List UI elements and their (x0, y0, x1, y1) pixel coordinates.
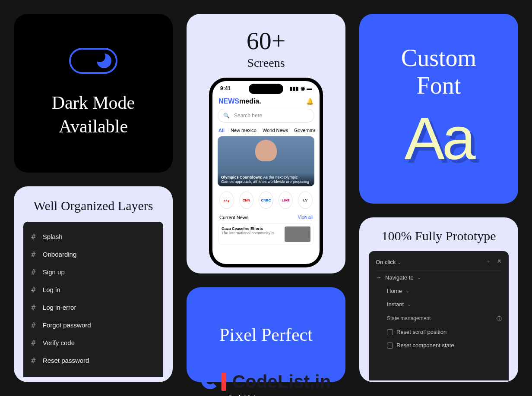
search-input[interactable]: 🔍 Search here (218, 109, 314, 123)
checkbox-icon (387, 329, 393, 335)
channel-chip[interactable]: LV (298, 192, 313, 209)
font-glyphs: Aa (404, 104, 473, 173)
arrow-right-icon: → (376, 274, 382, 281)
channel-chip[interactable]: sky (219, 192, 234, 209)
frame-icon: # (31, 250, 36, 259)
font-title: Custom Font (401, 44, 476, 100)
app-brand: NEWSmedia. (218, 97, 261, 105)
app-header: NEWSmedia. 🔔 (217, 93, 315, 109)
watermark-sub: CodeList (228, 394, 256, 396)
state-section: State management ⓘ (376, 311, 502, 325)
prototype-card: 100% Fully Prototype On click ⌄ ＋✕ → Nav… (359, 217, 518, 382)
tab-all[interactable]: All (218, 128, 225, 133)
wifi-icon: ◉ (301, 85, 305, 91)
hero-text: Olympics Countdown: As the next Olympic … (218, 173, 314, 186)
layer-item[interactable]: #Log in (23, 281, 163, 299)
checkbox-reset-scroll[interactable]: Reset scroll position (376, 325, 502, 339)
search-icon: 🔍 (223, 113, 230, 119)
moon-icon (97, 53, 111, 68)
chevron-down-icon: ⌄ (405, 288, 409, 294)
frame-icon: # (31, 356, 36, 365)
layer-item[interactable]: #Forgot password (23, 316, 163, 334)
screens-card: 60+ Screens 9:41 ▮▮▮ ◉ ▬ NEWSmedia. 🔔 (187, 14, 345, 273)
channel-row: sky CNN CNBC LIVE LV (217, 186, 315, 214)
frame-icon: # (31, 232, 36, 241)
pixel-title: Pixel Perfect (219, 324, 313, 345)
action-row[interactable]: → Navigate to ⌄ (376, 270, 502, 284)
channel-chip[interactable]: LIVE (279, 192, 293, 209)
dark-mode-card: Dark Mode Available (14, 14, 173, 173)
layer-item[interactable]: #Log in-error (23, 299, 163, 316)
screens-label: Screens (247, 56, 285, 70)
prototype-title: 100% Fully Prototype (369, 229, 509, 243)
prototype-trigger-row: On click ⌄ ＋✕ (376, 258, 502, 270)
frame-icon: # (31, 285, 36, 294)
chevron-down-icon: ⌄ (417, 275, 421, 280)
layers-title: Well Organized Layers (23, 198, 163, 213)
channel-chip[interactable]: CNBC (259, 192, 273, 209)
checkbox-reset-component[interactable]: Reset component state (376, 339, 502, 352)
status-icons: ▮▮▮ ◉ ▬ (290, 85, 312, 91)
phone-notch (249, 84, 283, 94)
tab-item[interactable]: World News (263, 128, 288, 133)
category-tabs: All New mexico World News Government Edu (217, 123, 315, 136)
chevron-down-icon: ⌄ (407, 302, 411, 307)
bell-icon[interactable]: 🔔 (306, 98, 314, 105)
screens-count: 60+ (247, 28, 286, 53)
frame-icon: # (31, 267, 36, 277)
info-icon[interactable]: ⓘ (497, 315, 502, 323)
close-icon[interactable]: ✕ (497, 258, 502, 266)
animation-row[interactable]: Instant ⌄ (376, 298, 502, 311)
watermark-text: CodeList.in (232, 371, 331, 392)
layers-card: Well Organized Layers #Splash #Onboardin… (14, 186, 173, 382)
dark-mode-toggle[interactable] (69, 48, 117, 74)
layer-item[interactable]: #Reset password (23, 352, 163, 369)
custom-font-card: Custom Font Aa (359, 14, 518, 204)
watermark: CodeList.in CodeList (201, 371, 331, 393)
watermark-logo (201, 371, 227, 393)
news-thumb (285, 226, 310, 242)
tab-item[interactable]: Government (294, 128, 315, 133)
battery-icon: ▬ (307, 85, 312, 91)
channel-chip[interactable]: CNN (239, 192, 254, 209)
current-news-header: Current News View all (217, 214, 315, 221)
tab-item[interactable]: New mexico (231, 128, 256, 133)
layer-item[interactable]: #Sign up (23, 263, 163, 281)
phone-mockup: 9:41 ▮▮▮ ◉ ▬ NEWSmedia. 🔔 🔍 Search here (209, 78, 323, 267)
destination-row[interactable]: Home ⌄ (376, 284, 502, 298)
checkbox-icon (387, 343, 393, 349)
frame-icon: # (31, 338, 36, 347)
layer-list: #Splash #Onboarding #Sign up #Log in #Lo… (23, 222, 163, 377)
plus-icon[interactable]: ＋ (485, 258, 491, 266)
news-card[interactable]: Gaza Ceasefire Efforts The international… (218, 223, 314, 245)
prototype-panel: On click ⌄ ＋✕ → Navigate to ⌄ Home ⌄ Ins… (369, 251, 509, 380)
frame-icon: # (31, 321, 36, 330)
layer-item[interactable]: #Verify code (23, 334, 163, 352)
view-all-link[interactable]: View all (298, 215, 313, 220)
hero-card[interactable]: Olympics Countdown: As the next Olympic … (218, 136, 314, 186)
layer-item[interactable]: #Splash (23, 228, 163, 245)
status-time: 9:41 (220, 85, 231, 91)
hero-image (255, 140, 277, 161)
frame-icon: # (31, 303, 36, 312)
pixel-perfect-card: Pixel Perfect (187, 287, 345, 382)
layer-item[interactable]: #Onboarding (23, 245, 163, 263)
chevron-down-icon: ⌄ (397, 260, 401, 265)
dark-mode-title: Dark Mode Available (52, 91, 135, 138)
signal-icon: ▮▮▮ (290, 85, 299, 91)
search-placeholder: Search here (234, 113, 262, 119)
